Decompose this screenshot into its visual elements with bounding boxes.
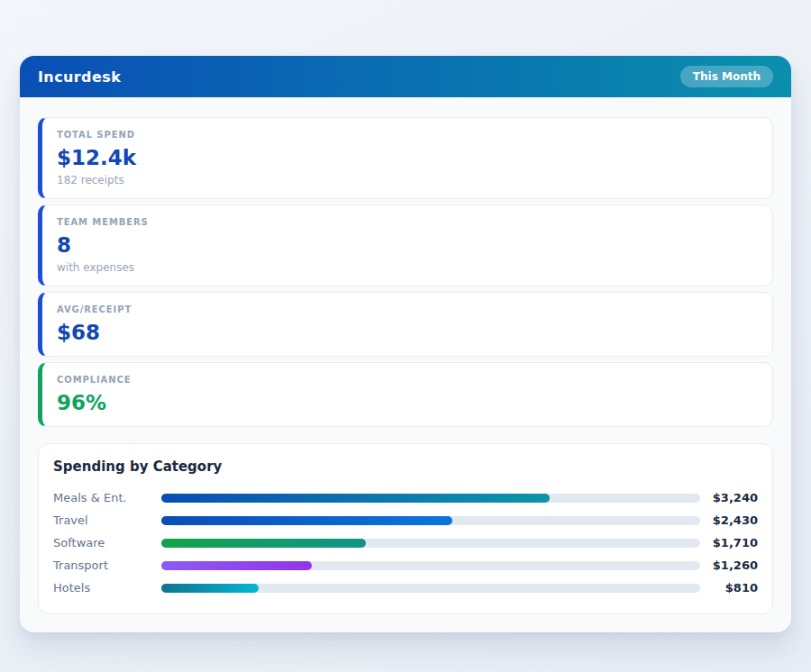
bar-track: [161, 494, 700, 503]
category-row-travel: Travel $2,430: [53, 509, 758, 531]
category-value: $1,260: [700, 558, 758, 572]
category-label: Travel: [53, 513, 161, 527]
category-label: Transport: [53, 558, 161, 572]
stat-value: 8: [57, 232, 758, 258]
category-value: $3,240: [700, 491, 758, 504]
stat-card-compliance: COMPLIANCE 96%: [38, 362, 773, 427]
stat-card-team-members: TEAM MEMBERS 8 with expenses: [38, 204, 773, 286]
bar-fill-transport: [161, 561, 312, 570]
bar-track: [161, 539, 700, 548]
bar-fill-hotels: [161, 584, 259, 593]
bar-fill-software: [161, 539, 366, 548]
category-value: $810: [700, 581, 758, 595]
dashboard-content: TOTAL SPEND $12.4k 182 receipts TEAM MEM…: [20, 97, 791, 632]
stat-card-avg-receipt: AVG/RECEIPT $68: [38, 292, 773, 357]
bar-track: [161, 516, 700, 525]
stat-value: $68: [57, 320, 758, 345]
category-label: Software: [53, 536, 161, 549]
stat-label: AVG/RECEIPT: [57, 304, 758, 315]
stat-value: 96%: [57, 390, 758, 415]
period-badge[interactable]: This Month: [680, 66, 773, 87]
stat-label: COMPLIANCE: [57, 374, 758, 386]
category-value: $2,430: [700, 513, 758, 527]
stat-subtext: with expenses: [57, 261, 758, 275]
bar-track: [161, 561, 700, 570]
bar-fill-meals: [161, 494, 550, 503]
dashboard-window: Incurdesk This Month TOTAL SPEND $12.4k …: [20, 56, 791, 632]
category-row-software: Software $1,710: [53, 531, 758, 554]
bar-fill-travel: [161, 516, 452, 525]
bar-track: [161, 584, 700, 593]
app-header: Incurdesk This Month: [20, 56, 791, 97]
app-title: Incurdesk: [38, 68, 121, 86]
stat-value: $12.4k: [57, 145, 758, 170]
stat-subtext: 182 receipts: [57, 174, 758, 187]
category-label: Hotels: [53, 581, 161, 595]
category-row-meals: Meals & Ent. $3,240: [53, 486, 758, 509]
category-label: Meals & Ent.: [53, 491, 161, 504]
spending-by-category-panel: Spending by Category Meals & Ent. $3,240…: [38, 443, 773, 614]
panel-title: Spending by Category: [53, 459, 758, 476]
stat-label: TEAM MEMBERS: [57, 216, 758, 228]
stat-card-total-spend: TOTAL SPEND $12.4k 182 receipts: [38, 117, 773, 199]
category-row-transport: Transport $1,260: [53, 554, 758, 577]
stat-label: TOTAL SPEND: [57, 129, 758, 141]
category-row-hotels: Hotels $810: [53, 577, 758, 599]
category-value: $1,710: [700, 536, 758, 549]
